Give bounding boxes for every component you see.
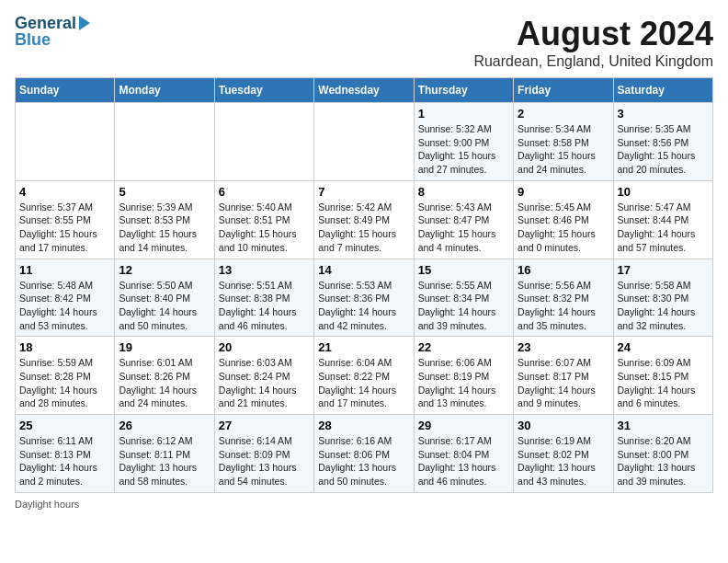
- day-info: Sunrise: 5:43 AM Sunset: 8:47 PM Dayligh…: [418, 201, 509, 255]
- day-number: 24: [618, 340, 709, 354]
- day-info: Sunrise: 6:03 AM Sunset: 8:24 PM Dayligh…: [219, 356, 310, 410]
- day-info: Sunrise: 6:16 AM Sunset: 8:06 PM Dayligh…: [318, 434, 409, 488]
- calendar-cell: 8Sunrise: 5:43 AM Sunset: 8:47 PM Daylig…: [414, 180, 513, 259]
- calendar-cell: 23Sunrise: 6:07 AM Sunset: 8:17 PM Dayli…: [514, 337, 613, 415]
- day-info: Sunrise: 6:20 AM Sunset: 8:00 PM Dayligh…: [618, 434, 709, 488]
- main-title: August 2024: [473, 15, 713, 53]
- day-number: 29: [418, 419, 509, 432]
- weekday-header-sunday: Sunday: [16, 78, 115, 103]
- calendar-cell: 9Sunrise: 5:45 AM Sunset: 8:46 PM Daylig…: [514, 180, 613, 259]
- calendar-cell: 14Sunrise: 5:53 AM Sunset: 8:36 PM Dayli…: [314, 259, 414, 337]
- day-number: 9: [518, 185, 609, 199]
- calendar-cell: 4Sunrise: 5:37 AM Sunset: 8:55 PM Daylig…: [16, 180, 115, 259]
- calendar-cell: 10Sunrise: 5:47 AM Sunset: 8:44 PM Dayli…: [613, 180, 712, 259]
- calendar-cell: 21Sunrise: 6:04 AM Sunset: 8:22 PM Dayli…: [314, 337, 414, 415]
- day-number: 23: [518, 340, 609, 354]
- calendar-cell: 29Sunrise: 6:17 AM Sunset: 8:04 PM Dayli…: [414, 415, 513, 493]
- day-number: 26: [119, 419, 210, 432]
- footer-text: Daylight hours: [15, 499, 79, 510]
- weekday-header-thursday: Thursday: [414, 78, 513, 103]
- day-info: Sunrise: 5:58 AM Sunset: 8:30 PM Dayligh…: [618, 279, 709, 333]
- calendar-cell: 22Sunrise: 6:06 AM Sunset: 8:19 PM Dayli…: [414, 337, 513, 415]
- day-info: Sunrise: 6:01 AM Sunset: 8:26 PM Dayligh…: [119, 356, 210, 410]
- calendar-week-2: 4Sunrise: 5:37 AM Sunset: 8:55 PM Daylig…: [16, 180, 713, 259]
- calendar-week-3: 11Sunrise: 5:48 AM Sunset: 8:42 PM Dayli…: [16, 259, 713, 337]
- day-number: 16: [518, 263, 609, 277]
- calendar-cell: 18Sunrise: 5:59 AM Sunset: 8:28 PM Dayli…: [16, 337, 115, 415]
- calendar-cell: 20Sunrise: 6:03 AM Sunset: 8:24 PM Dayli…: [214, 337, 313, 415]
- calendar-week-4: 18Sunrise: 5:59 AM Sunset: 8:28 PM Dayli…: [16, 337, 713, 415]
- day-info: Sunrise: 5:32 AM Sunset: 9:00 PM Dayligh…: [418, 122, 509, 177]
- calendar-cell: 7Sunrise: 5:42 AM Sunset: 8:49 PM Daylig…: [314, 180, 414, 259]
- day-info: Sunrise: 6:17 AM Sunset: 8:04 PM Dayligh…: [418, 434, 509, 488]
- day-info: Sunrise: 5:35 AM Sunset: 8:56 PM Dayligh…: [618, 122, 709, 177]
- day-info: Sunrise: 6:04 AM Sunset: 8:22 PM Dayligh…: [318, 356, 409, 410]
- day-number: 14: [318, 263, 409, 277]
- day-info: Sunrise: 5:39 AM Sunset: 8:53 PM Dayligh…: [119, 201, 210, 255]
- day-number: 21: [318, 340, 409, 354]
- logo-text-blue: Blue: [15, 31, 51, 50]
- day-info: Sunrise: 6:07 AM Sunset: 8:17 PM Dayligh…: [518, 356, 609, 410]
- day-info: Sunrise: 5:40 AM Sunset: 8:51 PM Dayligh…: [219, 201, 310, 255]
- calendar-cell: 2Sunrise: 5:34 AM Sunset: 8:58 PM Daylig…: [514, 103, 613, 181]
- day-number: 4: [19, 185, 110, 199]
- calendar-week-5: 25Sunrise: 6:11 AM Sunset: 8:13 PM Dayli…: [16, 415, 713, 493]
- calendar-cell: 16Sunrise: 5:56 AM Sunset: 8:32 PM Dayli…: [514, 259, 613, 337]
- day-info: Sunrise: 5:48 AM Sunset: 8:42 PM Dayligh…: [19, 279, 110, 333]
- day-number: 5: [119, 185, 210, 199]
- weekday-header-wednesday: Wednesday: [314, 78, 414, 103]
- day-info: Sunrise: 6:19 AM Sunset: 8:02 PM Dayligh…: [518, 434, 609, 488]
- day-info: Sunrise: 5:34 AM Sunset: 8:58 PM Dayligh…: [518, 122, 609, 177]
- day-number: 6: [219, 185, 310, 199]
- day-info: Sunrise: 6:12 AM Sunset: 8:11 PM Dayligh…: [119, 434, 210, 488]
- calendar-cell: 27Sunrise: 6:14 AM Sunset: 8:09 PM Dayli…: [214, 415, 313, 493]
- day-number: 11: [19, 263, 110, 277]
- day-info: Sunrise: 5:53 AM Sunset: 8:36 PM Dayligh…: [318, 279, 409, 333]
- day-info: Sunrise: 6:09 AM Sunset: 8:15 PM Dayligh…: [618, 356, 709, 410]
- calendar-cell: 13Sunrise: 5:51 AM Sunset: 8:38 PM Dayli…: [214, 259, 313, 337]
- day-number: 12: [119, 263, 210, 277]
- calendar-cell: [16, 103, 115, 181]
- weekday-header-tuesday: Tuesday: [214, 78, 313, 103]
- page-header: General Blue August 2024 Ruardean, Engla…: [15, 15, 713, 70]
- day-number: 17: [618, 263, 709, 277]
- day-info: Sunrise: 5:42 AM Sunset: 8:49 PM Dayligh…: [318, 201, 409, 255]
- day-number: 1: [418, 107, 509, 121]
- day-info: Sunrise: 5:47 AM Sunset: 8:44 PM Dayligh…: [618, 201, 709, 255]
- day-info: Sunrise: 5:51 AM Sunset: 8:38 PM Dayligh…: [219, 279, 310, 333]
- day-number: 18: [19, 340, 110, 354]
- day-number: 10: [618, 185, 709, 199]
- day-number: 15: [418, 263, 509, 277]
- day-number: 28: [318, 419, 409, 432]
- calendar-cell: 30Sunrise: 6:19 AM Sunset: 8:02 PM Dayli…: [514, 415, 613, 493]
- subtitle: Ruardean, England, United Kingdom: [473, 53, 713, 70]
- calendar-cell: 1Sunrise: 5:32 AM Sunset: 9:00 PM Daylig…: [414, 103, 513, 181]
- weekday-header-saturday: Saturday: [613, 78, 712, 103]
- day-info: Sunrise: 5:59 AM Sunset: 8:28 PM Dayligh…: [19, 356, 110, 410]
- day-number: 19: [119, 340, 210, 354]
- day-number: 31: [618, 419, 709, 432]
- calendar-cell: 26Sunrise: 6:12 AM Sunset: 8:11 PM Dayli…: [115, 415, 214, 493]
- day-info: Sunrise: 5:56 AM Sunset: 8:32 PM Dayligh…: [518, 279, 609, 333]
- logo-arrow-icon: [79, 16, 90, 30]
- weekday-header-friday: Friday: [514, 78, 613, 103]
- calendar-cell: [214, 103, 313, 181]
- day-info: Sunrise: 6:06 AM Sunset: 8:19 PM Dayligh…: [418, 356, 509, 410]
- calendar-cell: 11Sunrise: 5:48 AM Sunset: 8:42 PM Dayli…: [16, 259, 115, 337]
- calendar-cell: 17Sunrise: 5:58 AM Sunset: 8:30 PM Dayli…: [613, 259, 712, 337]
- day-number: 27: [219, 419, 310, 432]
- weekday-header-row: SundayMondayTuesdayWednesdayThursdayFrid…: [16, 78, 713, 103]
- title-block: August 2024 Ruardean, England, United Ki…: [473, 15, 713, 70]
- calendar-cell: [314, 103, 414, 181]
- weekday-header-monday: Monday: [115, 78, 214, 103]
- day-info: Sunrise: 6:11 AM Sunset: 8:13 PM Dayligh…: [19, 434, 110, 488]
- day-number: 22: [418, 340, 509, 354]
- day-number: 13: [219, 263, 310, 277]
- day-number: 25: [19, 419, 110, 432]
- day-info: Sunrise: 5:37 AM Sunset: 8:55 PM Dayligh…: [19, 201, 110, 255]
- calendar-week-1: 1Sunrise: 5:32 AM Sunset: 9:00 PM Daylig…: [16, 103, 713, 181]
- day-info: Sunrise: 5:45 AM Sunset: 8:46 PM Dayligh…: [518, 201, 609, 255]
- day-number: 7: [318, 185, 409, 199]
- calendar-cell: 3Sunrise: 5:35 AM Sunset: 8:56 PM Daylig…: [613, 103, 712, 181]
- day-number: 3: [618, 107, 709, 121]
